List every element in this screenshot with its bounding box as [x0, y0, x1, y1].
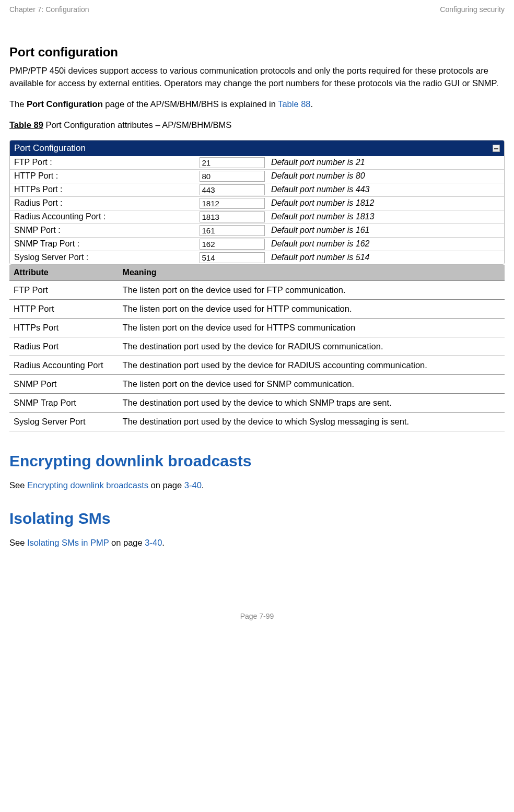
page-footer: Page 7-99 [9, 612, 505, 620]
panel-title: Port Configuration [14, 143, 86, 154]
link-isolating-sms[interactable]: Isolating SMs in PMP [27, 538, 109, 547]
port-config-row: Syslog Server Port :Default port number … [10, 251, 504, 264]
table-row: SNMP PortThe listen port on the device u… [9, 374, 505, 393]
port-input[interactable] [200, 184, 264, 195]
port-default-note: Default port number is 514 [267, 251, 504, 264]
table-row: Syslog Server PortThe destination port u… [9, 412, 505, 431]
port-label: SNMP Trap Port : [10, 238, 197, 251]
header-left: Chapter 7: Configuration [9, 5, 89, 14]
section-title-encrypting-downlink: Encrypting downlink broadcasts [9, 452, 505, 470]
attr-meaning: The listen port on the device used for S… [119, 374, 505, 393]
port-default-note: Default port number is 162 [267, 238, 504, 251]
port-default-note: Default port number is 1812 [267, 197, 504, 210]
port-config-row: FTP Port :Default port number is 21 [10, 156, 504, 169]
port-label: Radius Port : [10, 197, 197, 210]
port-config-page-ref: The Port Configuration page of the AP/SM… [9, 98, 505, 111]
table-89-caption: Table 89 Port Configuration attributes –… [9, 119, 505, 132]
attr-name: Syslog Server Port [9, 412, 119, 431]
attr-name: Radius Accounting Port [9, 356, 119, 374]
port-label: Radius Accounting Port : [10, 210, 197, 223]
port-config-row: SNMP Trap Port :Default port number is 1… [10, 237, 504, 251]
page-header: Chapter 7: Configuration Configuring sec… [9, 5, 505, 14]
header-right: Configuring security [440, 5, 505, 14]
attr-meaning: The listen port on the device used for H… [119, 318, 505, 337]
attribute-table: Attribute Meaning FTP PortThe listen por… [9, 265, 505, 431]
encrypting-downlink-ref: See Encrypting downlink broadcasts on pa… [9, 479, 505, 492]
port-config-intro: PMP/PTP 450i devices support access to v… [9, 65, 505, 90]
port-label: SNMP Port : [10, 224, 197, 237]
link-encrypting-downlink[interactable]: Encrypting downlink broadcasts [27, 480, 148, 490]
link-table-88[interactable]: Table 88 [278, 99, 310, 109]
table-row: Radius PortThe destination port used by … [9, 337, 505, 356]
attr-name: HTTPs Port [9, 318, 119, 337]
port-input[interactable] [200, 198, 264, 209]
port-input[interactable] [200, 239, 264, 250]
table-row: Radius Accounting PortThe destination po… [9, 356, 505, 374]
table-row: FTP PortThe listen port on the device us… [9, 280, 505, 299]
port-default-note: Default port number is 161 [267, 224, 504, 237]
attr-name: SNMP Trap Port [9, 393, 119, 412]
attr-meaning: The destination port used by the device … [119, 337, 505, 356]
port-label: HTTP Port : [10, 170, 197, 183]
port-default-note: Default port number is 80 [267, 170, 504, 183]
port-input[interactable] [200, 252, 264, 263]
attr-meaning: The destination port used by the device … [119, 412, 505, 431]
port-config-panel: Port Configuration FTP Port :Default por… [9, 140, 505, 265]
th-attribute: Attribute [9, 265, 119, 281]
port-config-row: HTTPs Port :Default port number is 443 [10, 183, 504, 196]
port-input[interactable] [200, 211, 264, 222]
attr-meaning: The destination port used by the device … [119, 393, 505, 412]
attr-name: Radius Port [9, 337, 119, 356]
table-row: HTTP PortThe listen port on the device u… [9, 299, 505, 318]
port-input[interactable] [200, 157, 264, 168]
link-page-3-40-b[interactable]: 3-40 [145, 538, 162, 547]
th-meaning: Meaning [119, 265, 505, 281]
collapse-icon[interactable] [493, 145, 500, 152]
isolating-sms-ref: See Isolating SMs in PMP on page 3-40. [9, 537, 505, 549]
port-config-row: Radius Port :Default port number is 1812 [10, 196, 504, 210]
table-row: SNMP Trap PortThe destination port used … [9, 393, 505, 412]
attr-meaning: The listen port on the device used for H… [119, 299, 505, 318]
attr-name: FTP Port [9, 280, 119, 299]
port-input[interactable] [200, 225, 264, 236]
port-input[interactable] [200, 171, 264, 182]
attr-name: HTTP Port [9, 299, 119, 318]
table-row: HTTPs PortThe listen port on the device … [9, 318, 505, 337]
port-default-note: Default port number is 21 [267, 156, 504, 169]
section-title-port-configuration: Port configuration [9, 45, 505, 60]
port-label: HTTPs Port : [10, 183, 197, 196]
link-page-3-40-a[interactable]: 3-40 [184, 480, 202, 490]
port-default-note: Default port number is 1813 [267, 210, 504, 223]
port-default-note: Default port number is 443 [267, 183, 504, 196]
panel-titlebar: Port Configuration [10, 140, 504, 156]
section-title-isolating-sms: Isolating SMs [9, 510, 505, 527]
attr-meaning: The listen port on the device used for F… [119, 280, 505, 299]
port-config-row: HTTP Port :Default port number is 80 [10, 169, 504, 183]
attr-meaning: The destination port used by the device … [119, 356, 505, 374]
port-label: FTP Port : [10, 156, 197, 169]
port-config-row: Radius Accounting Port :Default port num… [10, 210, 504, 223]
port-label: Syslog Server Port : [10, 251, 197, 264]
attr-name: SNMP Port [9, 374, 119, 393]
port-config-row: SNMP Port :Default port number is 161 [10, 223, 504, 237]
